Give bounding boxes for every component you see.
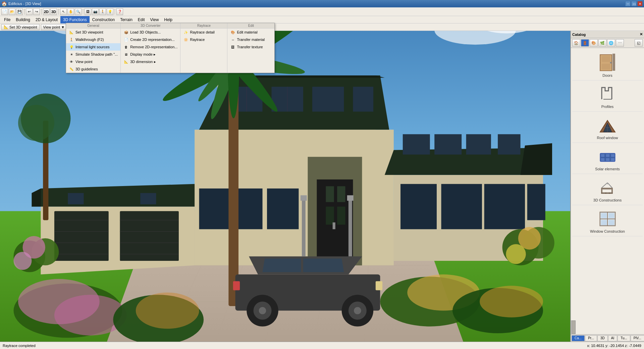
catalog-tab-materials[interactable]: 🎨 xyxy=(590,39,598,47)
edit-material-label: Edit material xyxy=(237,30,257,34)
menu-terrain[interactable]: Terrain xyxy=(117,16,135,23)
svg-rect-145 xyxy=(601,220,607,225)
walkthrough-label: Walkthrough (F2) xyxy=(75,38,104,42)
menu-help[interactable]: Help xyxy=(161,16,175,23)
menu-edit[interactable]: Edit xyxy=(135,16,148,23)
light-button[interactable]: 💡 xyxy=(107,8,113,15)
catalog-tab-more[interactable]: ⋯ xyxy=(616,39,624,47)
svg-point-113 xyxy=(610,62,611,63)
catalog-close-icon[interactable]: ✕ xyxy=(640,32,643,37)
help-button[interactable]: ❓ xyxy=(116,8,123,15)
titlebar-controls[interactable]: ─ ▭ ✕ xyxy=(625,1,643,6)
svg-rect-106 xyxy=(301,195,307,200)
restore-button[interactable]: ▭ xyxy=(631,1,637,6)
viewpoint-dropdown-btn[interactable]: View point ▼ xyxy=(41,24,67,30)
catalog-item-doors[interactable]: Doors xyxy=(572,49,643,80)
window-construction-label: Window Construction xyxy=(590,229,625,233)
light-icon: 💡 xyxy=(69,44,74,50)
set-viewpoint-btn[interactable]: 📐 Set 3D viewpoint xyxy=(1,24,40,30)
menu-item-internal-light[interactable]: 💡 Internal light sources xyxy=(66,43,120,51)
menu-item-raytrace-detail[interactable]: ✨ Raytrace detail xyxy=(180,28,227,36)
walk-button[interactable]: 🚶 xyxy=(99,8,106,15)
catalog-items[interactable]: Doors Profiles xyxy=(571,48,644,320)
section-converter-header: 3D Converter xyxy=(121,23,180,28)
save-button[interactable]: 💾 xyxy=(16,8,23,15)
menu-item-load3d[interactable]: 📦 Load 3D Objects... xyxy=(121,28,180,36)
menu-construction[interactable]: Construction xyxy=(90,16,117,23)
catalog-scroll-thumb[interactable] xyxy=(572,321,576,334)
view-2d-button[interactable]: 2D xyxy=(43,8,50,15)
minimize-button[interactable]: ─ xyxy=(625,1,631,6)
menu-item-3ddimension[interactable]: 📐 3D dimension ▸ xyxy=(121,58,180,65)
btm-tab-catalog[interactable]: Ca... xyxy=(572,335,585,341)
menu-item-viewpoint[interactable]: 👁 View point xyxy=(66,58,120,65)
catalog-item-3d-constructions[interactable]: 3D Constructions xyxy=(572,174,643,205)
menu-building[interactable]: Building xyxy=(13,16,33,23)
menu-item-create2d[interactable]: 📄 Create 2D representation... xyxy=(121,36,180,43)
catalog-item-solar[interactable]: Solar elements xyxy=(572,143,643,174)
svg-rect-105 xyxy=(302,197,306,256)
edit-material-icon: 🎨 xyxy=(230,30,235,35)
catalog-scrollbar[interactable] xyxy=(571,320,576,334)
open-button[interactable]: 📂 xyxy=(9,8,15,15)
menu-item-transfer-material[interactable]: ↔ Transfer material xyxy=(227,36,274,43)
menu-item-displaymode[interactable]: 🖥 Display mode ▸ xyxy=(121,51,180,58)
menu-3dfunctions[interactable]: 3D Functions xyxy=(60,16,90,23)
menu-view[interactable]: View xyxy=(148,16,162,23)
menu-item-raytrace[interactable]: 🔆 Raytrace xyxy=(180,36,227,43)
svg-rect-33 xyxy=(68,193,84,205)
menu-item-transfer-texture[interactable]: 🖼 Transfer texture xyxy=(227,43,274,51)
set3dviewpoint-label: Set 3D viewpoint xyxy=(75,30,103,34)
catalog-tab-landscape[interactable]: 🌿 xyxy=(598,39,606,47)
btm-tab-plv[interactable]: PlV... xyxy=(631,335,644,341)
catalog-tab-door[interactable]: 🚪 xyxy=(581,39,589,47)
svg-rect-57 xyxy=(466,134,491,155)
btm-tab-texture[interactable]: Tu... xyxy=(618,335,630,341)
svg-rect-133 xyxy=(601,192,613,194)
svg-rect-143 xyxy=(601,213,607,218)
menu-item-simulate-shadow[interactable]: ☀ Simulate Shadow path "... xyxy=(66,51,120,58)
menu-item-3dguidelines[interactable]: 📏 3D guidelines xyxy=(66,65,120,73)
render-button[interactable]: 🖼 xyxy=(85,8,91,15)
svg-rect-144 xyxy=(608,213,614,218)
menu-file[interactable]: File xyxy=(1,16,13,23)
zoom-button[interactable]: 🔍 xyxy=(75,8,82,15)
menu-2dlayout[interactable]: 2D & Layout xyxy=(33,16,60,23)
new-button[interactable]: 📄 xyxy=(1,8,8,15)
menu-item-edit-material[interactable]: 🎨 Edit material xyxy=(227,28,274,36)
camera-button[interactable]: 📷 xyxy=(92,8,99,15)
pan-button[interactable]: ✋ xyxy=(67,8,74,15)
catalog-tab-home[interactable]: 🏠 xyxy=(572,39,580,47)
main-area: Catalog ✕ 🏠 🚪 🎨 🌿 🌐 ⋯ ◱ xyxy=(0,31,644,342)
svg-point-82 xyxy=(259,307,266,314)
svg-rect-43 xyxy=(317,179,353,261)
walkthrough-icon: 🚶 xyxy=(69,37,74,42)
undo-button[interactable]: ↩ xyxy=(26,8,33,15)
menubar: File Building 2D & Layout 3D Functions C… xyxy=(0,16,644,23)
btm-tab-ai[interactable]: AI xyxy=(608,335,617,341)
viewpoint-btn-label: Set 3D viewpoint xyxy=(9,25,37,29)
btm-tab-properties[interactable]: Pr... xyxy=(585,335,597,341)
close-button[interactable]: ✕ xyxy=(637,1,643,6)
3d-viewport[interactable] xyxy=(0,31,570,342)
menu-item-remove2d[interactable]: 🗑 Remove 2D-representation... xyxy=(121,43,180,51)
catalog-resize-icon[interactable]: ◱ xyxy=(635,39,643,47)
svg-rect-62 xyxy=(527,184,545,220)
menu-item-set3dviewpoint[interactable]: 📐 Set 3D viewpoint xyxy=(66,28,120,36)
btm-tab-3d[interactable]: 3D xyxy=(597,335,608,341)
viewpoint-label: View point xyxy=(75,60,93,64)
redo-button[interactable]: ↪ xyxy=(33,8,40,15)
catalog-item-window-construction[interactable]: Window Construction xyxy=(572,205,643,236)
catalog-item-roof-window[interactable]: Roof window xyxy=(572,112,643,143)
menu-item-walkthrough[interactable]: 🚶 Walkthrough (F2) xyxy=(66,36,120,43)
catalog-tab-web[interactable]: 🌐 xyxy=(607,39,615,47)
scene-svg xyxy=(0,31,570,342)
catalog-item-profiles[interactable]: Profiles xyxy=(572,80,643,112)
svg-rect-54 xyxy=(353,87,373,112)
svg-rect-127 xyxy=(601,158,604,161)
titlebar-title: Edificius - [3D View] xyxy=(8,2,41,6)
view-3d-button[interactable]: 3D xyxy=(50,8,57,15)
remove2d-icon: 🗑 xyxy=(123,44,129,50)
roof-window-icon xyxy=(597,114,618,134)
select-button[interactable]: ↖ xyxy=(60,8,67,15)
